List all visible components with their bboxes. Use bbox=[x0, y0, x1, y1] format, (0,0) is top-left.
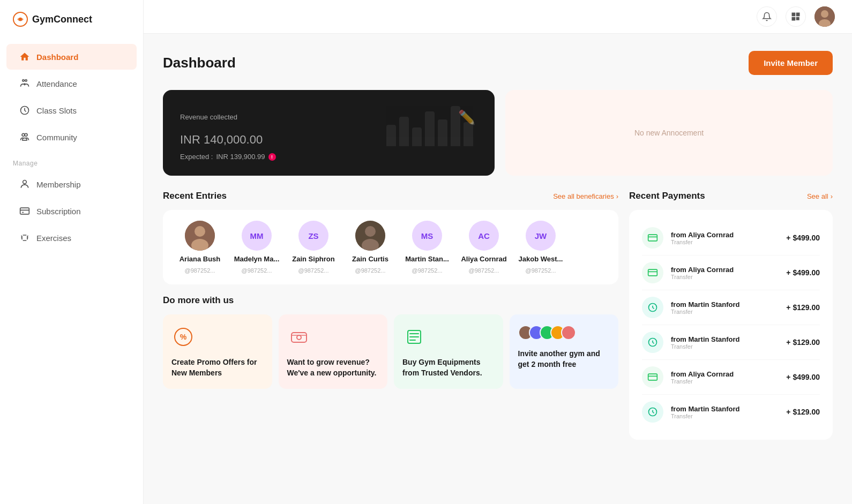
svg-point-6 bbox=[25, 133, 27, 136]
do-more-card-equipment[interactable]: Buy Gym Equipments from Trusted Vendors. bbox=[394, 314, 503, 389]
payment-type: Transfer bbox=[671, 343, 779, 350]
payment-icon bbox=[642, 401, 663, 423]
announcement-empty-text: No new Annocement bbox=[634, 129, 704, 137]
sidebar-label-community: Community bbox=[36, 133, 77, 142]
entry-phone: @987252... bbox=[298, 267, 328, 274]
attendance-icon bbox=[19, 78, 30, 89]
payment-from: from Martin Stanford bbox=[671, 335, 779, 343]
sidebar-label-exercises: Exercises bbox=[36, 234, 71, 243]
entry-item[interactable]: Zain Curtis @987252... bbox=[346, 221, 394, 274]
payment-item: from Martin Stanford Transfer + $129.00 bbox=[642, 395, 820, 429]
entry-name: Madelyn Ma... bbox=[234, 255, 280, 263]
svg-point-2 bbox=[23, 80, 24, 81]
qr-code-button[interactable] bbox=[786, 6, 806, 27]
sidebar-label-class-slots: Class Slots bbox=[36, 106, 77, 115]
sidebar-item-attendance[interactable]: Attendance bbox=[6, 71, 137, 96]
card-icon bbox=[19, 206, 30, 216]
app-name: GymConnect bbox=[32, 14, 92, 25]
payment-icon bbox=[642, 262, 663, 283]
avatar-image bbox=[814, 6, 835, 27]
mini-avatar bbox=[561, 325, 576, 340]
clock-icon bbox=[19, 105, 30, 116]
invite-member-button[interactable]: Invite Member bbox=[749, 51, 833, 75]
topbar bbox=[144, 0, 852, 34]
payments-title: Recent Payments bbox=[629, 191, 705, 201]
entries-list: Ariana Bush @987252... MM Madelyn Ma... … bbox=[176, 221, 606, 274]
avatar-group bbox=[518, 325, 610, 340]
entry-item[interactable]: ZS Zain Siphron @987252... bbox=[289, 221, 338, 274]
payments-section-header: Recent Payments See all › bbox=[629, 191, 833, 201]
chevron-right-icon: › bbox=[831, 192, 833, 200]
payment-from: from Aliya Cornrad bbox=[671, 266, 779, 274]
svg-point-19 bbox=[195, 226, 205, 237]
left-column: Recent Entries See all beneficaries › bbox=[163, 191, 618, 440]
payment-item: from Aliya Cornrad Transfer + $499.00 bbox=[642, 221, 820, 255]
payment-from: from Aliya Cornrad bbox=[671, 231, 779, 239]
svg-rect-13 bbox=[797, 13, 799, 16]
sidebar: GymConnect Dashboard Attendance Class Sl… bbox=[0, 0, 144, 504]
warning-indicator: ! bbox=[268, 153, 276, 161]
svg-rect-30 bbox=[648, 269, 657, 276]
payment-amount: + $129.00 bbox=[786, 408, 820, 416]
payment-info: from Aliya Cornrad Transfer bbox=[671, 370, 779, 385]
do-more-card-text: Invite another gym and get 2 month free bbox=[518, 349, 610, 370]
sidebar-item-community[interactable]: Community bbox=[6, 124, 137, 150]
sidebar-item-class-slots[interactable]: Class Slots bbox=[6, 97, 137, 123]
entry-name: Ariana Bush bbox=[180, 255, 221, 263]
do-more-card-text: Buy Gym Equipments from Trusted Vendors. bbox=[402, 357, 495, 378]
page-title: Dashboard bbox=[163, 55, 236, 71]
entry-phone: @987252... bbox=[355, 267, 385, 274]
do-more-card-revenue[interactable]: Want to grow revenue? We've a new opport… bbox=[279, 314, 388, 389]
payment-type: Transfer bbox=[671, 274, 779, 280]
announcement-card: No new Annocement bbox=[505, 90, 833, 176]
payment-amount: + $129.00 bbox=[786, 338, 820, 347]
revenue-card: ✏️ Revenue collected INR 140,000.00 Expe… bbox=[163, 90, 495, 176]
entry-phone: @987252... bbox=[412, 267, 442, 274]
sidebar-item-exercises[interactable]: Exercises bbox=[6, 225, 137, 251]
manage-label: Manage bbox=[0, 151, 143, 170]
entry-item[interactable]: JW Jakob West... @987252... bbox=[517, 221, 565, 274]
promo-icon: % bbox=[171, 325, 195, 349]
entry-avatar: MS bbox=[412, 221, 442, 251]
entry-name: Zain Siphron bbox=[292, 255, 334, 263]
do-more-card-text: Want to grow revenue? We've a new opport… bbox=[287, 357, 379, 378]
do-more-card-invite[interactable]: Invite another gym and get 2 month free bbox=[510, 314, 619, 389]
payment-type: Transfer bbox=[671, 239, 779, 245]
entry-item[interactable]: MM Madelyn Ma... @987252... bbox=[233, 221, 281, 274]
entry-item[interactable]: Ariana Bush @987252... bbox=[176, 221, 224, 274]
svg-point-16 bbox=[821, 10, 828, 18]
see-all-beneficiaries-link[interactable]: See all beneficaries › bbox=[553, 192, 618, 200]
payment-type: Transfer bbox=[671, 378, 779, 385]
home-icon bbox=[19, 51, 30, 62]
do-more-cards: % Create Promo Offers for New Members bbox=[163, 314, 618, 389]
entry-item[interactable]: MS Martin Stan... @987252... bbox=[403, 221, 451, 274]
svg-rect-29 bbox=[648, 235, 657, 241]
chevron-right-icon: › bbox=[616, 192, 618, 200]
payment-item: from Aliya Cornrad Transfer + $499.00 bbox=[642, 255, 820, 290]
exercises-icon bbox=[19, 232, 30, 243]
do-more-title: Do more with us bbox=[163, 295, 618, 306]
equipment-icon bbox=[402, 325, 426, 349]
svg-point-1 bbox=[19, 18, 22, 21]
entry-phone: @987252... bbox=[468, 267, 499, 274]
entry-item[interactable]: AC Aliya Cornrad @987252... bbox=[460, 221, 508, 274]
payment-info: from Aliya Cornrad Transfer bbox=[671, 231, 779, 245]
see-all-payments-link[interactable]: See all › bbox=[807, 192, 833, 200]
svg-point-22 bbox=[365, 226, 376, 237]
payment-icon bbox=[642, 366, 663, 388]
entry-phone: @987252... bbox=[184, 267, 215, 274]
svg-text:%: % bbox=[180, 333, 187, 341]
payment-item: from Martin Stanford Transfer + $129.00 bbox=[642, 325, 820, 360]
do-more-card-promo[interactable]: % Create Promo Offers for New Members bbox=[163, 314, 272, 389]
entry-avatar bbox=[355, 221, 385, 251]
sidebar-item-subscription[interactable]: Subscription bbox=[6, 198, 137, 224]
user-avatar[interactable] bbox=[814, 6, 835, 27]
do-more-section: Do more with us % Create Promo Offers fo… bbox=[163, 295, 618, 389]
main-area: Dashboard Invite Member ✏️ Revenu bbox=[144, 0, 852, 504]
notifications-button[interactable] bbox=[757, 6, 777, 27]
app-logo[interactable]: GymConnect bbox=[0, 0, 143, 39]
sidebar-label-membership: Membership bbox=[36, 180, 81, 189]
svg-rect-26 bbox=[292, 333, 307, 342]
sidebar-item-dashboard[interactable]: Dashboard bbox=[6, 44, 137, 70]
sidebar-item-membership[interactable]: Membership bbox=[6, 171, 137, 197]
